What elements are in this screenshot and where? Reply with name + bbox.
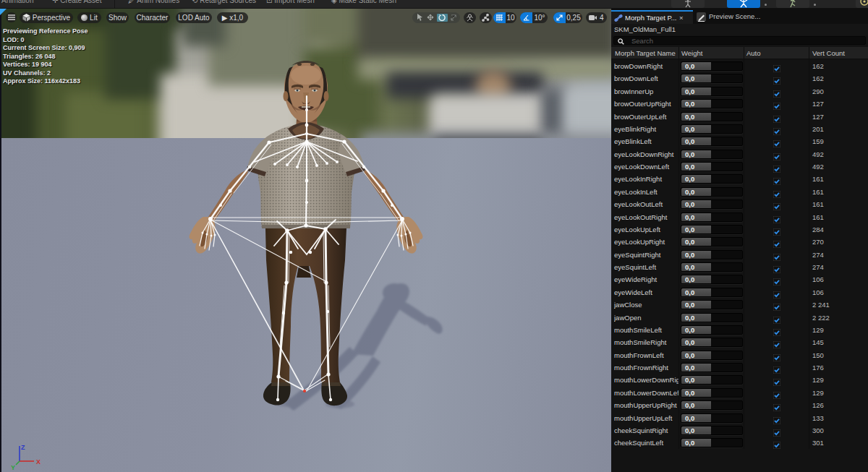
svg-text:Z: Z [21, 444, 25, 451]
svg-text:Y: Y [11, 464, 15, 471]
svg-text:X: X [36, 458, 41, 465]
